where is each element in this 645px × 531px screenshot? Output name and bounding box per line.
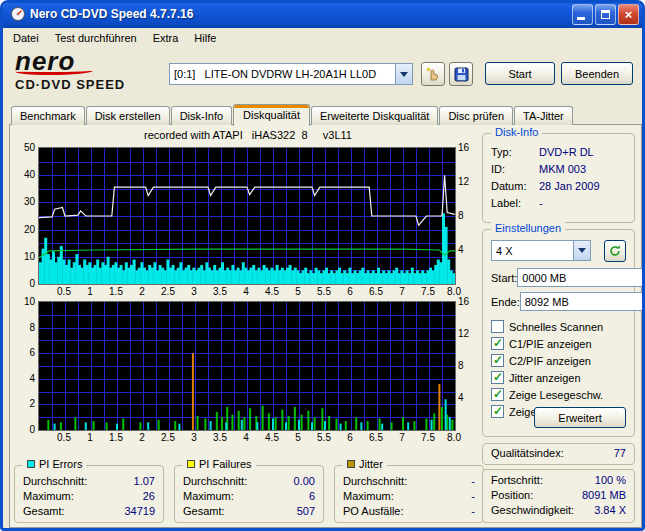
disk-info-label: Datum: [491, 178, 539, 195]
tab-benchmark[interactable]: Benchmark [11, 106, 85, 125]
axis-tick: 5 [284, 432, 312, 443]
tab-disc-pr-fen[interactable]: Disc prüfen [439, 106, 513, 125]
hand-tool-button[interactable] [421, 62, 445, 86]
stats-panel-pi-errors: PI ErrorsDurchschnitt:1.07Maximum:26Gesa… [14, 465, 164, 523]
progress-value: 3.84 X [594, 503, 626, 518]
axis-tick: 4 [232, 286, 260, 297]
speed-select[interactable]: 4 X [491, 240, 591, 261]
stats-value: - [471, 474, 475, 489]
axis-tick: 0.5 [50, 286, 78, 297]
end-position-label: Ende: [491, 296, 520, 308]
menu-extra[interactable]: Extra [145, 30, 187, 46]
drive-select[interactable]: [0:1] LITE-ON DVDRW LH-20A1H LL0D [169, 63, 413, 85]
refresh-speeds-button[interactable] [604, 240, 626, 262]
checkbox-jitter-anzeigen[interactable]: Jitter anzeigen [491, 369, 630, 386]
settings-title: Einstellungen [491, 222, 565, 234]
axis-tick: 4 [458, 244, 478, 255]
legend-swatch [27, 460, 35, 468]
stats-row-item: Gesamt:34719 [15, 504, 163, 519]
axis-tick: 0.5 [50, 432, 78, 443]
end-position-input[interactable] [520, 292, 645, 311]
tab-disk-erstellen[interactable]: Disk erstellen [86, 106, 170, 125]
maximize-button[interactable] [595, 4, 616, 25]
checkbox-c2-pif-anzeigen[interactable]: C2/PIF anzeigen [491, 352, 630, 369]
save-button[interactable] [449, 62, 473, 86]
disk-info-row: Typ:DVD+R DL [483, 144, 634, 161]
checkbox-label: Zeige Lesegeschw. [509, 389, 603, 401]
minimize-button[interactable] [572, 4, 593, 25]
stats-value: 34719 [124, 504, 155, 519]
disk-info-row: Datum:28 Jan 2009 [483, 178, 634, 195]
legend-swatch [187, 460, 195, 468]
axis-tick: 2 [12, 398, 35, 409]
axis-tick: 16 [458, 296, 478, 307]
progress-row: Position:8091 MB [483, 488, 634, 503]
start-position-label: Start: [491, 272, 517, 284]
checkbox-label: C2/PIF anzeigen [509, 355, 591, 367]
pie-chart-canvas [38, 147, 456, 285]
quit-button[interactable]: Beenden [561, 62, 633, 85]
disk-info-label: ID: [491, 161, 539, 178]
axis-tick: 1 [76, 286, 104, 297]
drive-select-arrow[interactable] [395, 64, 412, 84]
stats-title: PI Failures [183, 458, 256, 470]
stats-panel-jitter: JitterDurchschnitt:-Maximum:-PO Ausfälle… [334, 465, 484, 523]
progress-rows: Fortschritt:100 %Position:8091 MBGeschwi… [483, 470, 634, 518]
checkbox-schnelles-scannen[interactable]: Schnelles Scannen [491, 318, 630, 335]
minimize-icon [577, 17, 585, 20]
axis-tick: 3 [180, 286, 208, 297]
axis-tick: 3.5 [206, 286, 234, 297]
start-position-input[interactable] [517, 268, 645, 287]
stats-value: - [471, 489, 475, 504]
title-bar: Nero CD-DVD Speed 4.7.7.16 × [0, 0, 645, 28]
stats-title: Jitter [343, 458, 387, 470]
axis-tick: 0 [12, 278, 35, 289]
stats-label: Maximum: [23, 489, 74, 504]
speed-select-arrow[interactable] [573, 241, 590, 260]
checkbox-zeige-lesegeschw[interactable]: Zeige Lesegeschw. [491, 386, 630, 403]
axis-tick: 12 [458, 328, 478, 339]
disk-info-row: Label:- [483, 195, 634, 212]
disk-info-label: Label: [491, 195, 539, 212]
menu-test-durchf-hren[interactable]: Test durchführen [47, 30, 145, 46]
axis-tick: 2.5 [154, 432, 182, 443]
maximize-icon [601, 10, 610, 19]
checkbox-box [491, 354, 504, 367]
axis-tick: 4.5 [258, 432, 286, 443]
axis-tick: 4 [232, 432, 260, 443]
axis-tick: 6 [336, 286, 364, 297]
checkbox-box [491, 405, 504, 418]
settings-panel: Einstellungen 4 X Start: Ende: Schnelles… [482, 229, 635, 437]
disk-info-rows: Typ:DVD+R DLID:MKM 003Datum:28 Jan 2009L… [483, 134, 634, 212]
menu-datei[interactable]: Datei [5, 30, 47, 46]
menu-hilfe[interactable]: Hilfe [186, 30, 224, 46]
tab-diskqualit-t[interactable]: Diskqualität [233, 104, 310, 126]
tab-ta-jitter[interactable]: TA-Jitter [514, 106, 573, 125]
drive-select-value: [0:1] LITE-ON DVDRW LH-20A1H LL0D [174, 68, 395, 80]
close-button[interactable]: × [618, 4, 639, 25]
checkbox-label: Schnelles Scannen [509, 321, 603, 333]
axis-tick: 4 [458, 392, 478, 403]
hand-icon [425, 66, 441, 82]
tab-disk-info[interactable]: Disk-Info [171, 106, 232, 125]
progress-value: 100 % [595, 473, 626, 488]
start-button[interactable]: Start [485, 62, 555, 85]
axis-tick: 5.5 [310, 286, 338, 297]
chevron-down-icon [400, 72, 408, 77]
advanced-button[interactable]: Erweitert [534, 407, 626, 428]
quality-index-label: Qualitätsindex: [491, 447, 564, 459]
floppy-disk-icon [454, 67, 469, 82]
checkbox-box [491, 388, 504, 401]
stats-value: 26 [143, 489, 155, 504]
tab-erweiterte-diskqualit-t[interactable]: Erweiterte Diskqualität [311, 106, 438, 125]
nero-logo-subtitle: CD·DVD SPEED [15, 77, 160, 92]
stats-row-item: Maximum:- [335, 489, 483, 504]
stats-label: Gesamt: [23, 504, 65, 519]
stats-row-item: Durchschnitt:0.00 [175, 474, 323, 489]
progress-panel: Fortschritt:100 %Position:8091 MBGeschwi… [482, 469, 635, 523]
checkbox-c1-pie-anzeigen[interactable]: C1/PIE anzeigen [491, 335, 630, 352]
checkbox-label: Jitter anzeigen [509, 372, 581, 384]
window-title: Nero CD-DVD Speed 4.7.7.16 [30, 7, 572, 21]
axis-tick: 3 [180, 432, 208, 443]
pif-chart-canvas [38, 301, 456, 431]
